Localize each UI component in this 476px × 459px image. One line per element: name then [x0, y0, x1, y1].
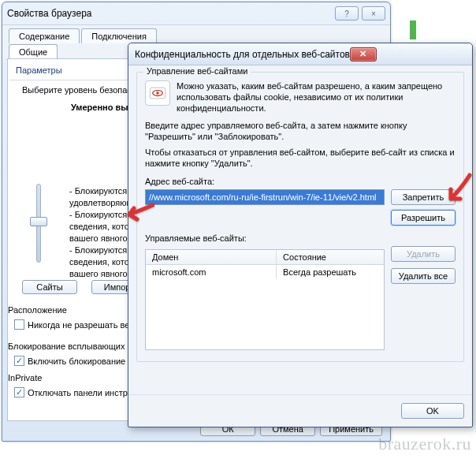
location-label: Расположение — [8, 305, 67, 315]
address-label: Адрес веб-сайта: — [145, 177, 456, 186]
allow-button[interactable]: Разрешить — [391, 210, 456, 226]
popup-checkbox[interactable] — [14, 356, 24, 366]
green-decoration — [410, 21, 416, 39]
tab-content[interactable]: Содержание — [9, 28, 80, 43]
table-row[interactable]: microsoft.com Всегда разрешать — [146, 265, 384, 279]
group-title: Управление веб-сайтами — [143, 66, 251, 76]
cell-state: Всегда разрешать — [277, 265, 384, 279]
remove-all-button[interactable]: Удалить все — [391, 268, 456, 284]
svg-point-2 — [156, 91, 158, 94]
inprivate-checkbox[interactable] — [14, 387, 24, 397]
help-button[interactable]: ? — [335, 6, 359, 21]
privacy-slider-thumb[interactable] — [30, 217, 47, 226]
block-button[interactable]: Запретить — [391, 189, 456, 205]
main-title: Свойства браузера — [7, 8, 92, 19]
inprivate-label: InPrivate — [8, 373, 42, 382]
cell-domain: microsoft.com — [146, 265, 277, 279]
tab-row-1: Содержание Подключения — [2, 24, 390, 43]
privacy-eye-icon — [145, 80, 170, 106]
col-domain[interactable]: Домен — [146, 250, 277, 264]
close-main-button[interactable]: × — [362, 6, 385, 21]
table-header: Домен Состояние — [146, 250, 384, 265]
info-text: Можно указать, каким веб-сайтам разрешен… — [177, 80, 456, 114]
col-state[interactable]: Состояние — [277, 250, 384, 264]
location-checkbox[interactable] — [14, 319, 24, 330]
dialog-title: Конфиденциальность для отдельных веб-сай… — [135, 49, 350, 60]
address-input[interactable]: //www.microsoft.com/ru-ru/ie-firstrun/wi… — [145, 189, 385, 205]
sites-button[interactable]: Сайты — [22, 280, 77, 294]
managed-sites-table[interactable]: Домен Состояние microsoft.com Всегда раз… — [145, 249, 385, 350]
managed-label: Управляемые веб-сайты: — [145, 233, 456, 243]
hint-2: Чтобы отказаться от управления веб-сайто… — [145, 147, 456, 169]
hint-1: Введите адрес управляемого веб-сайта, а … — [145, 120, 456, 142]
dialog-close-button[interactable]: ✕ — [350, 47, 377, 62]
popup-label: Блокирование всплывающих окон — [8, 341, 146, 351]
dialog-titlebar: Конфиденциальность для отдельных веб-сай… — [128, 43, 472, 65]
remove-button[interactable]: Удалить — [391, 246, 456, 262]
tab-general[interactable]: Общие — [9, 44, 58, 59]
per-site-privacy-dialog: Конфиденциальность для отдельных веб-сай… — [128, 43, 473, 427]
close-icon: ✕ — [359, 49, 366, 59]
tab-connections[interactable]: Подключения — [81, 28, 157, 43]
manage-sites-group: Управление веб-сайтами Можно указать, ка… — [136, 72, 464, 362]
dialog-ok-button[interactable]: OK — [401, 403, 464, 419]
main-titlebar: Свойства браузера ? × — [2, 2, 390, 24]
watermark: brauzerok.ru — [378, 434, 471, 454]
